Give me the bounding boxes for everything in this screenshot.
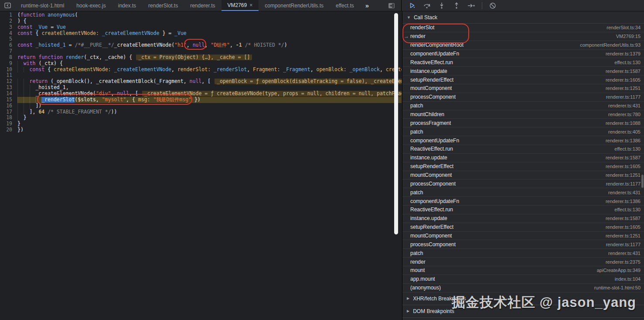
frame-location[interactable]: index.ts:104 — [615, 276, 641, 282]
call-stack-frame[interactable]: patchrenderer.ts:405 — [402, 127, 644, 136]
sidebar-scrollbar[interactable] — [641, 175, 644, 188]
frame-location[interactable]: renderer.ts:431 — [608, 251, 641, 256]
frame-location[interactable]: renderer.ts:1088 — [606, 120, 641, 126]
frame-location[interactable]: effect.ts:130 — [614, 207, 641, 212]
line-number[interactable]: 13 — [0, 85, 17, 91]
code-line-8[interactable]: 8return function render(_ctx, _cache) {_… — [0, 55, 402, 61]
line-number[interactable]: 9 — [0, 61, 17, 67]
tab-componentrenderutils-ts[interactable]: componentRenderUtils.ts — [259, 0, 330, 11]
call-stack-frame[interactable]: (anonymous)runtime-slot-1.html:50 — [402, 284, 644, 292]
line-number[interactable]: 19 — [0, 121, 17, 127]
call-stack-frame[interactable]: processComponentrenderer.ts:1177 — [402, 240, 644, 249]
tab-close-icon[interactable]: × — [249, 2, 252, 8]
frame-location[interactable]: renderer.ts:431 — [608, 190, 641, 195]
code-line-19[interactable]: 19} — [0, 121, 402, 127]
line-number[interactable]: 5 — [0, 36, 17, 42]
line-number[interactable]: 6 — [0, 42, 17, 48]
code-line-15[interactable]: 15_renderSlot($slots, "mysolt", { msg: "… — [0, 97, 402, 103]
tab-runtime-slot-1-html[interactable]: runtime-slot-1.html — [15, 0, 70, 11]
frame-location[interactable]: renderer.ts:780 — [608, 112, 641, 117]
call-stack-frame[interactable]: app.mountindex.ts:104 — [402, 275, 644, 284]
call-stack-frame[interactable]: setupRenderEffectrenderer.ts:1605 — [402, 162, 644, 171]
code-line-16[interactable]: 16]) — [0, 103, 402, 109]
call-stack-frame[interactable]: renderComponentRootcomponentRenderUtils.… — [402, 41, 644, 50]
tab-hook-exec-js[interactable]: hook-exec.js — [70, 0, 112, 11]
tab-effect-ts[interactable]: effect.ts — [330, 0, 360, 11]
step-into-icon[interactable] — [436, 1, 447, 10]
code-line-3[interactable]: 3const _Vue = Vue — [0, 24, 402, 31]
frame-location[interactable]: componentRenderUtils.ts:93 — [580, 42, 641, 48]
frame-location[interactable]: renderer.ts:1587 — [606, 69, 641, 74]
call-stack-frame[interactable]: instance.updaterenderer.ts:1587 — [402, 214, 644, 223]
code-line-11[interactable]: 11 — [0, 72, 402, 79]
step-icon[interactable] — [466, 1, 477, 10]
call-stack-frame[interactable]: mountComponentrenderer.ts:1251 — [402, 232, 644, 241]
call-stack-frame[interactable]: patchrenderer.ts:431 — [402, 249, 644, 258]
line-number[interactable]: 1 — [0, 12, 17, 18]
code-line-17[interactable]: 17], 64 /* STABLE_FRAGMENT */)) — [0, 109, 402, 115]
frame-location[interactable]: effect.ts:130 — [614, 146, 641, 151]
frame-location[interactable]: renderer.ts:2375 — [606, 259, 641, 265]
line-number[interactable]: 16 — [0, 103, 17, 109]
call-stack-frame[interactable]: processComponentrenderer.ts:1177 — [402, 93, 644, 102]
call-stack-frame[interactable]: instance.updaterenderer.ts:1587 — [402, 67, 644, 76]
code-line-9[interactable]: 9with (_ctx) { — [0, 61, 402, 67]
frame-location[interactable]: renderer.ts:431 — [608, 103, 641, 108]
tab-renderer-ts[interactable]: renderer.ts — [184, 0, 221, 11]
frame-location[interactable]: renderer.ts:405 — [608, 129, 641, 134]
more-tabs-icon[interactable]: » — [360, 0, 374, 11]
frame-location[interactable]: renderer.ts:1386 — [606, 138, 641, 143]
frame-location[interactable]: renderer.ts:1251 — [606, 86, 641, 91]
code-line-12[interactable]: 12return (_openBlock(), _createElementBl… — [0, 79, 402, 85]
dock-panel-icon[interactable] — [388, 0, 401, 11]
line-number[interactable]: 7 — [0, 48, 17, 55]
tab-vm2769[interactable]: VM2769× — [221, 0, 259, 11]
frame-location[interactable]: renderer.ts:1177 — [606, 181, 641, 186]
frame-location[interactable]: apiCreateApp.ts:349 — [597, 268, 641, 273]
code-line-5[interactable]: 5 — [0, 36, 402, 42]
call-stack-frame[interactable]: ReactiveEffect.runeffect.ts:130 — [402, 206, 644, 214]
call-stack-frame[interactable]: setupRenderEffectrenderer.ts:1605 — [402, 76, 644, 84]
call-stack-frame[interactable]: renderSlotrenderSlot.ts:34 — [402, 24, 644, 32]
call-stack-frame[interactable]: setupRenderEffectrenderer.ts:1605 — [402, 223, 644, 232]
line-number[interactable]: 18 — [0, 115, 17, 121]
tab-index-ts[interactable]: index.ts — [112, 0, 142, 11]
step-over-icon[interactable] — [422, 1, 432, 10]
line-number[interactable]: 15 — [0, 97, 17, 103]
line-number[interactable]: 4 — [0, 31, 17, 37]
frame-location[interactable]: renderer.ts:1177 — [606, 242, 641, 247]
code-line-14[interactable]: 14_createElementVNode("div", null, [_cre… — [0, 91, 402, 97]
frame-location[interactable]: renderer.ts:1605 — [606, 224, 641, 230]
call-stack-frame[interactable]: mountChildrenrenderer.ts:780 — [402, 110, 644, 119]
frame-location[interactable]: renderer.ts:1587 — [606, 216, 641, 221]
call-stack-header[interactable]: ▼ Call Stack — [402, 11, 644, 24]
frame-location[interactable]: renderer.ts:1251 — [606, 233, 641, 238]
line-number[interactable]: 20 — [0, 127, 17, 133]
navigator-toggle-icon[interactable] — [0, 0, 15, 11]
editor-scrollbar[interactable] — [394, 13, 398, 234]
code-editor[interactable]: 1(function anonymous(2) {3const _Vue = V… — [0, 11, 402, 320]
line-number[interactable]: 3 — [0, 24, 17, 31]
call-stack-frame[interactable]: renderrenderer.ts:2375 — [402, 258, 644, 266]
call-stack-frame[interactable]: componentUpdateFnrenderer.ts:1386 — [402, 136, 644, 145]
frame-location[interactable]: runtime-slot-1.html:50 — [594, 285, 641, 290]
step-out-icon[interactable] — [451, 1, 462, 10]
code-line-2[interactable]: 2) { — [0, 18, 402, 24]
frame-location[interactable]: renderer.ts:1386 — [606, 199, 641, 204]
call-stack-frame[interactable]: mountComponentrenderer.ts:1251 — [402, 171, 644, 180]
deactivate-breakpoints-icon[interactable] — [487, 1, 498, 10]
call-stack-frame[interactable]: →renderVM2769:15 — [402, 32, 644, 41]
call-stack-frame[interactable]: patchrenderer.ts:431 — [402, 188, 644, 197]
tab-renderslot-ts[interactable]: renderSlot.ts — [142, 0, 184, 11]
frame-location[interactable]: renderer.ts:1177 — [606, 94, 641, 100]
code-line-4[interactable]: 4const { createElementVNode: _createElem… — [0, 31, 402, 37]
call-stack-frame[interactable]: ReactiveEffect.runeffect.ts:130 — [402, 145, 644, 154]
frame-location[interactable]: renderer.ts:1251 — [606, 172, 641, 178]
call-stack-frame[interactable]: instance.updaterenderer.ts:1587 — [402, 154, 644, 162]
line-number[interactable]: 8 — [0, 55, 17, 61]
frame-location[interactable]: renderer.ts:1605 — [606, 164, 641, 169]
code-line-6[interactable]: 6const _hoisted_1 = /*#__PURE__*/_create… — [0, 42, 402, 48]
frame-location[interactable]: renderer.ts:1605 — [606, 77, 641, 83]
line-number[interactable]: 10 — [0, 67, 17, 73]
call-stack-frame[interactable]: componentUpdateFnrenderer.ts:1379 — [402, 50, 644, 58]
